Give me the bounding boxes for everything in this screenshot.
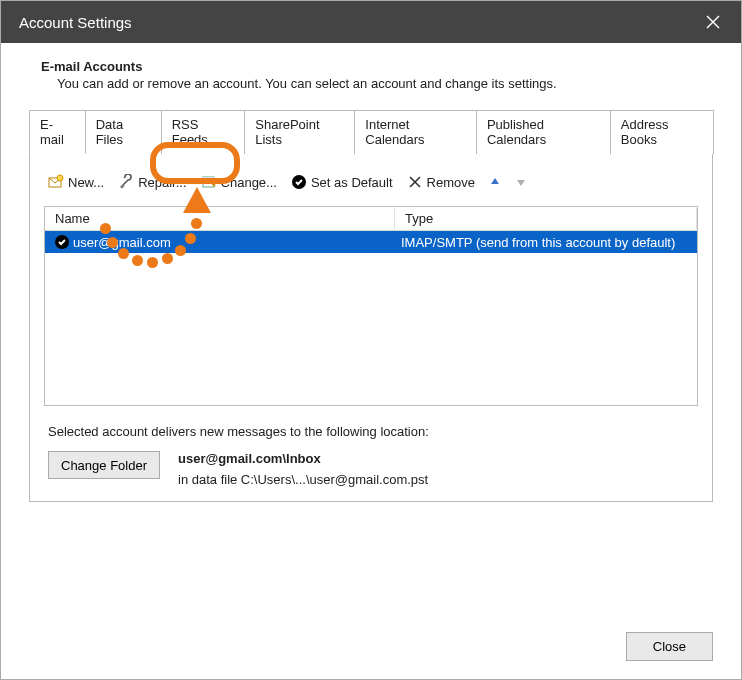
delivery-intro: Selected account delivers new messages t… [48, 424, 694, 439]
remove-account-button[interactable]: Remove [403, 172, 479, 192]
set-default-label: Set as Default [311, 175, 393, 190]
tab-data-files[interactable]: Data Files [85, 110, 162, 154]
change-folder-button[interactable]: Change Folder [48, 451, 160, 479]
header-title: E-mail Accounts [41, 59, 713, 74]
svg-point-3 [57, 175, 63, 181]
tab-published-calendars[interactable]: Published Calendars [476, 110, 611, 154]
account-table: Name Type user@gmail.com IMAP/SMTP (send… [44, 206, 698, 406]
tab-sharepoint-lists[interactable]: SharePoint Lists [244, 110, 355, 154]
tab-strip: E-mail Data Files RSS Feeds SharePoint L… [29, 109, 713, 154]
default-account-check-icon [55, 235, 69, 249]
email-toolbar: New... Repair... Change... [44, 172, 698, 206]
mail-new-icon [48, 174, 64, 190]
repair-icon [118, 174, 134, 190]
new-account-button[interactable]: New... [44, 172, 108, 192]
window-title: Account Settings [19, 14, 132, 31]
col-header-name[interactable]: Name [45, 208, 395, 229]
svg-marker-11 [517, 180, 525, 186]
tab-internet-calendars[interactable]: Internet Calendars [354, 110, 477, 154]
change-icon [201, 174, 217, 190]
delivery-location-folder: user@gmail.com\Inbox [178, 451, 428, 466]
delivery-location-path: in data file C:\Users\...\user@gmail.com… [178, 472, 428, 487]
arrow-up-icon [487, 174, 503, 190]
account-table-header: Name Type [45, 207, 697, 231]
header-subtitle: You can add or remove an account. You ca… [57, 76, 713, 91]
close-icon [706, 15, 720, 29]
svg-marker-10 [491, 178, 499, 184]
account-type-cell: IMAP/SMTP (send from this account by def… [395, 233, 697, 252]
remove-icon [407, 174, 423, 190]
tab-email[interactable]: E-mail [29, 110, 86, 154]
table-row[interactable]: user@gmail.com IMAP/SMTP (send from this… [45, 231, 697, 253]
body-area: E-mail Data Files RSS Feeds SharePoint L… [1, 99, 741, 594]
change-account-button[interactable]: Change... [197, 172, 281, 192]
account-name-cell: user@gmail.com [73, 235, 171, 250]
tab-address-books[interactable]: Address Books [610, 110, 714, 154]
dialog-footer: Close [1, 594, 741, 679]
col-header-type[interactable]: Type [395, 208, 697, 229]
change-account-label: Change... [221, 175, 277, 190]
set-default-button[interactable]: Set as Default [287, 172, 397, 192]
delivery-info: user@gmail.com\Inbox in data file C:\Use… [178, 451, 428, 487]
remove-account-label: Remove [427, 175, 475, 190]
repair-account-button[interactable]: Repair... [114, 172, 190, 192]
move-down-button[interactable] [511, 172, 531, 192]
titlebar: Account Settings [1, 1, 741, 43]
arrow-down-icon [513, 174, 529, 190]
account-settings-dialog: Account Settings E-mail Accounts You can… [0, 0, 742, 680]
check-circle-icon [291, 174, 307, 190]
tab-panel-email: New... Repair... Change... [29, 154, 713, 502]
move-up-button[interactable] [485, 172, 505, 192]
delivery-block: Selected account delivers new messages t… [44, 406, 698, 487]
repair-account-label: Repair... [138, 175, 186, 190]
header-block: E-mail Accounts You can add or remove an… [1, 43, 741, 99]
window-close-button[interactable] [699, 8, 727, 36]
close-button[interactable]: Close [626, 632, 713, 661]
svg-rect-6 [203, 177, 214, 180]
tab-rss-feeds[interactable]: RSS Feeds [161, 110, 246, 154]
new-account-label: New... [68, 175, 104, 190]
